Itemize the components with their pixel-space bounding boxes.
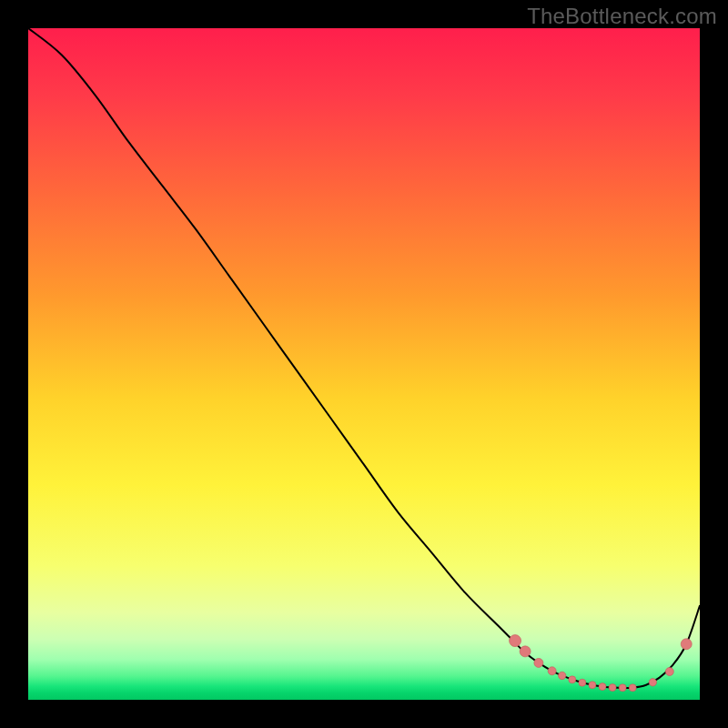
data-point-dot <box>534 658 543 667</box>
data-point-dot <box>599 683 606 691</box>
chart-canvas <box>28 28 700 700</box>
data-point-dot <box>609 684 616 692</box>
data-point-dot <box>589 682 596 689</box>
data-point-dot <box>619 684 626 692</box>
data-point-dot <box>510 635 521 647</box>
data-point-dot <box>548 667 556 675</box>
bottleneck-curve <box>28 28 700 688</box>
data-point-dot <box>520 646 531 657</box>
data-point-dot <box>559 672 566 679</box>
data-point-dot <box>665 668 673 676</box>
data-point-dot <box>649 679 656 686</box>
watermark-text: TheBottleneck.com <box>527 4 717 29</box>
data-point-dot <box>569 676 576 683</box>
data-point-dot <box>629 684 636 692</box>
data-point-dot <box>579 679 586 686</box>
data-point-dot <box>681 639 692 650</box>
